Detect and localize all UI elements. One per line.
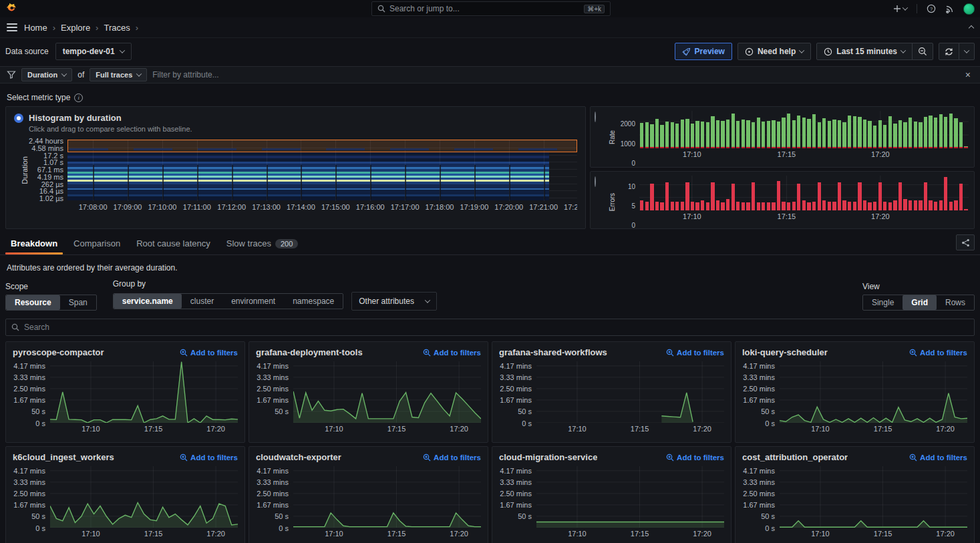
- errors-panel[interactable]: Errors 0510 17:1017:1517:20: [590, 171, 975, 229]
- scope-group: ResourceSpan: [5, 295, 97, 311]
- tab-label: Root cause latency: [136, 238, 210, 248]
- refresh-interval-button[interactable]: [959, 43, 975, 60]
- breadcrumb-item-home[interactable]: Home: [24, 23, 47, 33]
- preview-button[interactable]: Preview: [675, 43, 732, 60]
- service-card[interactable]: k6cloud_ingest_workersAdd to filters0 s5…: [5, 446, 245, 543]
- service-card[interactable]: cloudwatch-exporterAdd to filters0 s50 s…: [249, 446, 488, 543]
- time-range-button[interactable]: Last 15 minutes: [816, 43, 913, 60]
- heatmap-y-axis: 2.44 hours4.58 mins17.2 s1.07 s67.1 ms4.…: [23, 140, 67, 201]
- breadcrumb-item-traces[interactable]: Traces: [104, 23, 130, 33]
- top-bar: Search or jump to... ⌘+k ?: [0, 0, 980, 17]
- plus-icon: [893, 5, 901, 13]
- other-attributes-select[interactable]: Other attributes: [351, 292, 437, 311]
- errors-radio[interactable]: [595, 176, 596, 187]
- chart-x-axis: 17:1017:1517:20: [50, 423, 238, 433]
- tab-label: Comparison: [73, 238, 120, 248]
- menu-toggle-icon[interactable]: [7, 23, 17, 31]
- add-to-filters-button[interactable]: Add to filters: [423, 349, 481, 357]
- service-card[interactable]: loki-query-schedulerAdd to filters0 s50 …: [735, 341, 975, 443]
- errors-chart: [639, 176, 969, 210]
- duration-heatmap[interactable]: [67, 140, 577, 201]
- breadcrumb: Home›Explore›Traces›: [24, 23, 138, 33]
- filter-attribute-input[interactable]: Filter by attribute...: [152, 70, 957, 79]
- chart-y-axis: 50 s1.67 mins2.50 mins3.33 mins4.17 mins: [256, 361, 293, 423]
- filter-scope-select[interactable]: Full traces: [90, 68, 147, 81]
- search-input[interactable]: Search or jump to... ⌘+k: [371, 1, 611, 16]
- view-option-rows[interactable]: Rows: [937, 295, 974, 310]
- add-to-filters-label: Add to filters: [920, 349, 967, 357]
- chart-x-axis: 17:1017:1517:20: [780, 423, 967, 433]
- scope-option-span[interactable]: Span: [60, 295, 96, 310]
- histogram-radio[interactable]: [14, 114, 23, 123]
- add-to-filters-button[interactable]: Add to filters: [666, 349, 724, 357]
- histogram-panel[interactable]: Histogram by duration Click and drag to …: [5, 106, 586, 229]
- groupby-option-service-name[interactable]: service.name: [114, 294, 182, 309]
- service-title: loki-query-scheduler: [742, 347, 828, 357]
- service-card[interactable]: cost_attribution_operatorAdd to filters0…: [735, 446, 975, 543]
- service-card[interactable]: cloud-migration-serviceAdd to filters50 …: [492, 446, 731, 543]
- service-card[interactable]: pyroscope-compactorAdd to filters0 s50 s…: [5, 341, 245, 443]
- tab-label: Slow traces: [226, 238, 271, 248]
- chart-y-axis: 0 s50 s1.67 mins2.50 mins3.33 mins4.17 m…: [13, 466, 50, 528]
- filter-field-select[interactable]: Duration: [21, 68, 72, 81]
- collapse-button[interactable]: [969, 23, 973, 32]
- rate-y-axis-title: Rate: [608, 111, 617, 166]
- groupby-option-namespace[interactable]: namespace: [284, 294, 343, 309]
- filter-bar: Duration of Full traces Filter by attrib…: [0, 66, 980, 83]
- clear-filter-button[interactable]: ×: [963, 69, 973, 80]
- attribute-search-input[interactable]: Search: [5, 319, 975, 336]
- share-button[interactable]: [956, 234, 975, 250]
- search-icon: [11, 323, 19, 331]
- groupby-label: Group by: [113, 279, 438, 289]
- need-help-button[interactable]: Need help: [738, 43, 811, 60]
- groupby-option-environment[interactable]: environment: [222, 294, 284, 309]
- scope-option-resource[interactable]: Resource: [6, 295, 60, 310]
- add-to-filters-button[interactable]: Add to filters: [666, 454, 724, 462]
- filter-field-value: Duration: [27, 71, 57, 79]
- add-to-filters-label: Add to filters: [190, 349, 238, 357]
- rate-panel[interactable]: Rate 010002000 17:1017:1517:20: [590, 106, 975, 168]
- add-to-filters-button[interactable]: Add to filters: [909, 454, 967, 462]
- chart-y-axis: 0 s50 s1.67 mins2.50 mins3.33 mins4.17 m…: [742, 466, 780, 528]
- grafana-logo-icon[interactable]: [5, 3, 17, 15]
- add-to-filters-button[interactable]: Add to filters: [180, 454, 238, 462]
- avatar[interactable]: [963, 3, 975, 15]
- service-card[interactable]: grafana-deployment-toolsAdd to filters50…: [249, 341, 488, 443]
- service-title: grafana-deployment-tools: [256, 347, 363, 357]
- add-to-filters-button[interactable]: Add to filters: [423, 454, 481, 462]
- chart-y-axis: 0 s50 s1.67 mins2.50 mins3.33 mins4.17 m…: [13, 361, 50, 423]
- zoom-out-button[interactable]: [912, 43, 933, 60]
- chart-x-axis: 17:1017:1517:20: [50, 528, 238, 538]
- rate-radio[interactable]: [595, 112, 596, 122]
- info-icon[interactable]: i: [74, 94, 83, 102]
- refresh-button[interactable]: [939, 43, 959, 60]
- add-to-filters-button[interactable]: Add to filters: [180, 349, 238, 357]
- breadcrumb-separator: ›: [136, 23, 138, 33]
- breadcrumb-item-explore[interactable]: Explore: [61, 23, 90, 33]
- new-button[interactable]: [893, 5, 907, 13]
- tab-breakdown[interactable]: Breakdown: [5, 236, 63, 254]
- view-option-grid[interactable]: Grid: [903, 295, 937, 310]
- help-circle-icon: [745, 47, 754, 56]
- datasource-select[interactable]: tempo-dev-01: [55, 43, 132, 60]
- chart-x-axis: 17:1017:1517:20: [536, 528, 724, 538]
- duration-line-chart: [780, 466, 967, 528]
- heatmap-bands: [67, 152, 549, 200]
- controls-row: Scope ResourceSpan Group by service.name…: [0, 275, 980, 312]
- search-placeholder: Search: [24, 323, 49, 332]
- add-to-filters-button[interactable]: Add to filters: [909, 349, 967, 357]
- news-button[interactable]: [945, 5, 954, 13]
- errors-y-axis-title: Errors: [608, 176, 617, 227]
- chevron-down-icon: [964, 47, 969, 53]
- filter-funnel-icon: [7, 70, 16, 79]
- tab-slow-traces[interactable]: Slow traces200: [221, 236, 304, 254]
- tab-root-cause-latency[interactable]: Root cause latency: [131, 236, 216, 254]
- service-card[interactable]: grafana-shared-workflowsAdd to filters0 …: [492, 341, 731, 443]
- tab-comparison[interactable]: Comparison: [68, 236, 126, 254]
- groupby-option-cluster[interactable]: cluster: [182, 294, 222, 309]
- view-option-single[interactable]: Single: [863, 295, 903, 310]
- heatmap-x-axis: 17:08:0017:09:0017:10:0017:11:0017:12:00…: [67, 201, 577, 212]
- groupby-group: service.nameclusterenvironmentnamespace: [113, 293, 344, 309]
- heatmap-selection[interactable]: [67, 140, 577, 152]
- help-button[interactable]: ?: [927, 4, 936, 13]
